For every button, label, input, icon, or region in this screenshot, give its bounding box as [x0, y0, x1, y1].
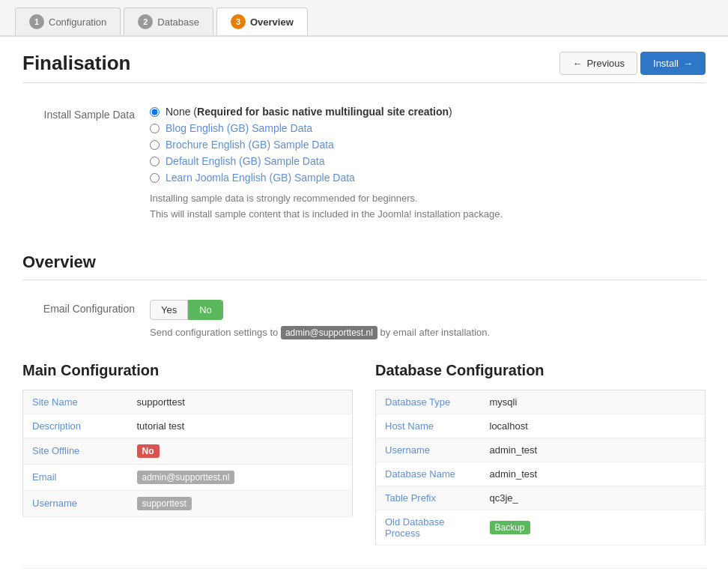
radio-learn: Learn Joomla English (GB) Sample Data [150, 172, 706, 184]
main-config-row-value: No [128, 438, 353, 464]
main-config-row-label: Site Offline [23, 438, 128, 464]
table-row: Host Namelocalhost [376, 414, 706, 438]
main-config-row-value: supporttest [128, 490, 353, 516]
header-btn-group: ← Previous Install → [559, 52, 706, 75]
arrow-right-icon: → [683, 58, 693, 69]
table-row: Emailadmin@supporttest.nl [23, 464, 353, 490]
db-config-table: Database TypemysqliHost NamelocalhostUse… [375, 390, 706, 546]
yn-group: Yes No [150, 300, 706, 320]
db-config-row-value: qc3je_ [481, 486, 706, 510]
main-config-col: Main Configuration Site NamesupporttestD… [22, 362, 353, 546]
tab-num-1: 1 [29, 14, 44, 29]
bottom-nav: ← Previous Next → [22, 568, 706, 580]
tab-configuration[interactable]: 1 Configuration [15, 7, 121, 35]
tab-num-3: 3 [231, 14, 246, 29]
email-config-row: Email Configuration Yes No Send configur… [22, 292, 706, 347]
previous-button-top[interactable]: ← Previous [559, 52, 637, 75]
table-row: Table Prefixqc3je_ [376, 486, 706, 510]
sample-data-section: Install Sample Data None (Required for b… [22, 98, 706, 230]
db-config-row-label: Username [376, 438, 481, 462]
tab-label-database: Database [157, 16, 199, 28]
tab-overview[interactable]: 3 Overview [216, 7, 308, 35]
db-config-row-value: admin_test [481, 438, 706, 462]
email-config-description: Send configuration settings to admin@sup… [150, 326, 706, 339]
radio-learn-label[interactable]: Learn Joomla English (GB) Sample Data [166, 172, 355, 184]
radio-blog: Blog English (GB) Sample Data [150, 122, 706, 134]
radio-default: Default English (GB) Sample Data [150, 155, 706, 167]
table-row: Descriptiontutorial test [23, 414, 353, 438]
db-config-row-label: Old Database Process [376, 510, 481, 545]
db-config-row-value: localhost [481, 414, 706, 438]
main-config-row-label: Username [23, 490, 128, 516]
db-config-row-label: Host Name [376, 414, 481, 438]
main-content: Finalisation ← Previous Install → Instal… [0, 37, 728, 580]
radio-brochure-label[interactable]: Brochure English (GB) Sample Data [166, 139, 334, 151]
sample-data-label: Install Sample Data [22, 106, 150, 121]
info-line1: Installing sample data is strongly recom… [150, 191, 706, 207]
email-desc-post: by email after installation. [380, 327, 490, 338]
tab-label-overview: Overview [250, 16, 294, 28]
db-config-row-label: Table Prefix [376, 486, 481, 510]
radio-learn-input[interactable] [150, 173, 160, 183]
main-config-row-label: Email [23, 464, 128, 490]
db-config-row-value: admin_test [481, 462, 706, 486]
main-config-row-value: supporttest [128, 390, 353, 414]
table-row: Usernamesupporttest [23, 490, 353, 516]
badge-red: No [137, 444, 160, 458]
main-config-row-label: Site Name [23, 390, 128, 414]
sample-data-info: Installing sample data is strongly recom… [150, 191, 706, 223]
section-header: Finalisation ← Previous Install → [22, 52, 706, 83]
arrow-left-icon: ← [572, 58, 582, 69]
install-button[interactable]: Install → [640, 52, 706, 75]
table-row: Database Nameadmin_test [376, 462, 706, 486]
main-config-title: Main Configuration [22, 362, 353, 379]
main-config-row-label: Description [23, 414, 128, 438]
radio-brochure-input[interactable] [150, 140, 160, 150]
radio-default-input[interactable] [150, 157, 160, 166]
yes-button[interactable]: Yes [150, 300, 188, 320]
tab-label-configuration: Configuration [49, 16, 106, 28]
email-desc-pre: Send configuration settings to [150, 327, 278, 338]
previous-label-top: Previous [586, 58, 625, 69]
db-config-row-value: mysqli [481, 390, 706, 414]
email-badge: admin@supporttest.nl [281, 326, 377, 339]
sample-data-row: Install Sample Data None (Required for b… [22, 98, 706, 230]
email-config-label: Email Configuration [22, 300, 150, 315]
tab-database[interactable]: 2 Database [124, 7, 213, 35]
db-config-row-label: Database Name [376, 462, 481, 486]
badge-gray: supporttest [137, 497, 192, 510]
radio-default-label[interactable]: Default English (GB) Sample Data [166, 155, 324, 167]
table-row: Site Namesupporttest [23, 390, 353, 414]
table-row: Old Database ProcessBackup [376, 510, 706, 545]
db-config-title: Database Configuration [375, 362, 706, 379]
main-config-row-value: admin@supporttest.nl [128, 464, 353, 490]
radio-none: None (Required for basic native multilin… [150, 106, 706, 118]
badge-green: Backup [490, 521, 530, 534]
no-button[interactable]: No [188, 300, 223, 320]
email-config-value: Yes No Send configuration settings to ad… [150, 300, 706, 339]
page-title: Finalisation [22, 52, 130, 75]
install-label: Install [653, 58, 679, 69]
radio-blog-input[interactable] [150, 124, 160, 133]
radio-blog-label[interactable]: Blog English (GB) Sample Data [166, 122, 312, 134]
tabs-bar: 1 Configuration 2 Database 3 Overview [0, 0, 728, 37]
main-config-row-value: tutorial test [128, 414, 353, 438]
table-row: Database Typemysqli [376, 390, 706, 414]
radio-none-input[interactable] [150, 107, 160, 117]
table-row: Site OfflineNo [23, 438, 353, 464]
tab-num-2: 2 [138, 14, 153, 29]
table-row: Usernameadmin_test [376, 438, 706, 462]
badge-gray: admin@supporttest.nl [137, 471, 235, 484]
db-config-col: Database Configuration Database Typemysq… [375, 362, 706, 546]
info-line2: This will install sample content that is… [150, 207, 706, 223]
db-config-row-label: Database Type [376, 390, 481, 414]
db-config-row-value: Backup [481, 510, 706, 545]
sample-data-options: None (Required for basic native multilin… [150, 106, 706, 223]
radio-brochure: Brochure English (GB) Sample Data [150, 139, 706, 151]
overview-section-title: Overview [22, 245, 706, 280]
radio-none-label[interactable]: None (Required for basic native multilin… [166, 106, 452, 118]
two-col-configs: Main Configuration Site NamesupporttestD… [22, 362, 706, 546]
main-config-table: Site NamesupporttestDescriptiontutorial … [22, 390, 353, 517]
